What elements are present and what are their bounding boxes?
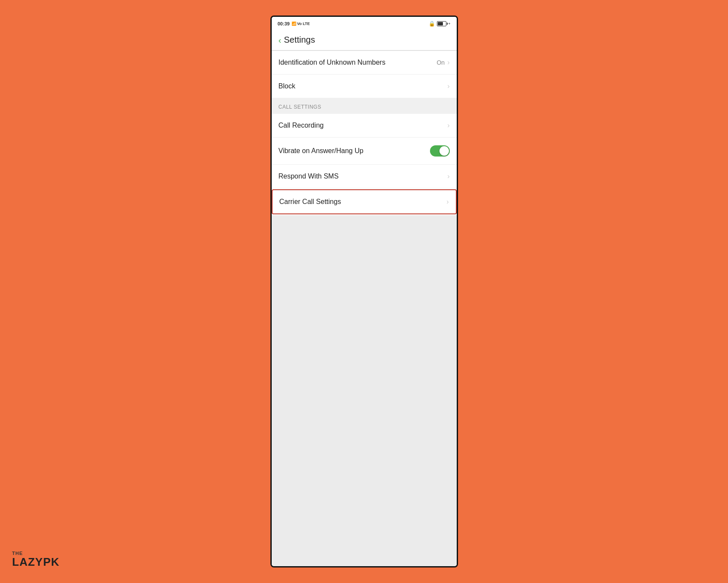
block-right: › xyxy=(447,82,449,90)
page-title: Settings xyxy=(284,35,315,45)
chevron-icon: › xyxy=(447,122,449,129)
back-icon[interactable]: ‹ xyxy=(279,36,282,44)
time-display: 00:39 xyxy=(278,21,290,26)
phone-frame: 00:39 📶 Vo LTE 🔒 + ‹ Settings xyxy=(270,16,458,567)
logo-underline xyxy=(12,569,51,571)
call-recording-label: Call Recording xyxy=(279,122,324,129)
list-item-respond-sms[interactable]: Respond With SMS › xyxy=(272,165,457,188)
chevron-icon: › xyxy=(447,82,449,90)
chevron-icon: › xyxy=(447,172,449,180)
list-item-block[interactable]: Block › xyxy=(272,75,457,98)
carrier-call-settings-right: › xyxy=(446,198,449,206)
logo-area: THE LAZYPK xyxy=(12,551,60,571)
list-item-call-recording[interactable]: Call Recording › xyxy=(272,114,457,138)
battery-label: + xyxy=(448,22,450,26)
list-item-identification[interactable]: Identification of Unknown Numbers On › xyxy=(272,51,457,75)
signal-bars-icon: 📶 xyxy=(292,22,296,26)
status-right: 🔒 + xyxy=(429,21,450,27)
call-settings-section-header: CALL SETTINGS xyxy=(272,98,457,114)
block-label: Block xyxy=(279,82,295,90)
gray-area xyxy=(272,215,457,566)
top-menu-list: Identification of Unknown Numbers On › B… xyxy=(272,51,457,98)
section-header-text: CALL SETTINGS xyxy=(279,104,321,110)
respond-sms-label: Respond With SMS xyxy=(279,172,339,180)
chevron-icon: › xyxy=(447,59,449,66)
network-label: Vo LTE xyxy=(297,22,310,26)
phone-screen: 00:39 📶 Vo LTE 🔒 + ‹ Settings xyxy=(272,17,457,566)
identification-status: On xyxy=(436,59,445,66)
list-item-vibrate[interactable]: Vibrate on Answer/Hang Up xyxy=(272,138,457,165)
toggle-knob xyxy=(439,146,449,156)
battery-icon xyxy=(437,21,446,26)
call-recording-right: › xyxy=(447,122,449,129)
status-bar: 00:39 📶 Vo LTE 🔒 + xyxy=(272,17,457,31)
identification-right: On › xyxy=(436,59,449,66)
status-left: 00:39 📶 Vo LTE xyxy=(278,21,310,26)
call-settings-list: Call Recording › Vibrate on Answer/Hang … xyxy=(272,114,457,215)
app-header: ‹ Settings xyxy=(272,31,457,50)
identification-label: Identification of Unknown Numbers xyxy=(279,59,386,66)
carrier-call-settings-label: Carrier Call Settings xyxy=(279,198,341,206)
signal-icons: 📶 Vo LTE xyxy=(292,22,310,26)
logo-name-text: LAZYPK xyxy=(12,556,60,568)
respond-sms-right: › xyxy=(447,172,449,180)
list-item-carrier-call-settings[interactable]: Carrier Call Settings › xyxy=(272,189,457,214)
vibrate-toggle[interactable] xyxy=(430,145,450,157)
chevron-icon: › xyxy=(446,198,449,206)
lock-icon: 🔒 xyxy=(429,21,435,27)
vibrate-label: Vibrate on Answer/Hang Up xyxy=(279,147,364,155)
